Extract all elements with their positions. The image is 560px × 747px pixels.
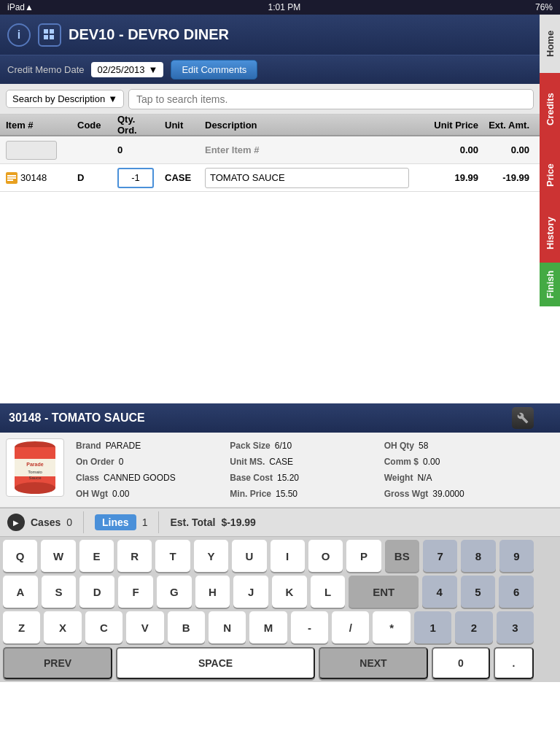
keyboard-row-2: A S D F G H J K L ENT 4 5 6 (3, 576, 534, 608)
keyboard-row-1: Q W E R T Y U I O P BS 7 8 9 (3, 540, 534, 572)
key-a[interactable]: A (3, 576, 38, 608)
empty-ext-cell: 0.00 (483, 144, 534, 155)
tab-history[interactable]: History (540, 204, 560, 263)
desc-cell[interactable] (201, 168, 424, 188)
wrench-button[interactable] (512, 407, 534, 429)
key-r[interactable]: R (117, 540, 152, 572)
weight-key: Weight (384, 473, 413, 483)
key-slash[interactable]: / (332, 611, 369, 643)
key-c[interactable]: C (85, 611, 122, 643)
oh-wgt-val: 0.00 (112, 489, 129, 499)
key-y[interactable]: Y (194, 540, 228, 572)
col-header-item: Item # (0, 120, 73, 131)
tab-price[interactable]: Price (540, 146, 560, 204)
search-input[interactable] (128, 89, 534, 109)
info-icon-button[interactable]: i (7, 23, 31, 47)
key-e[interactable]: E (79, 540, 114, 572)
key-space[interactable]: SPACE (116, 647, 315, 679)
key-k[interactable]: K (272, 576, 307, 608)
ext-cell: -19.99 (483, 172, 534, 183)
svg-rect-2 (44, 35, 48, 39)
tab-home[interactable]: Home (540, 15, 560, 73)
key-6[interactable]: 6 (499, 576, 534, 608)
key-9[interactable]: 9 (499, 540, 534, 572)
est-total-value: $-19.99 (221, 516, 255, 528)
empty-price-cell: 0.00 (424, 144, 483, 155)
credit-memo-date[interactable]: 02/25/2013 ▼ (91, 62, 163, 77)
item-cell[interactable]: 30148 (0, 172, 73, 184)
min-price-key: Min. Price (230, 489, 271, 499)
tab-finish[interactable]: Finish (540, 263, 560, 306)
key-d[interactable]: D (79, 576, 114, 608)
empty-item-cell[interactable] (0, 141, 73, 160)
description-input[interactable] (205, 168, 409, 188)
key-n[interactable]: N (209, 611, 246, 643)
key-l[interactable]: L (311, 576, 346, 608)
item-number-input[interactable] (6, 141, 57, 160)
key-t[interactable]: T (155, 540, 190, 572)
key-enter[interactable]: ENT (349, 576, 418, 608)
pack-size-key: Pack Size (230, 441, 270, 451)
col-header-qty: Qty. Ord. (113, 114, 160, 136)
time-display: 1:01 PM (34, 2, 535, 12)
key-4[interactable]: 4 (422, 576, 457, 608)
base-cost-detail: Base Cost 15.20 (225, 471, 379, 485)
key-3[interactable]: 3 (497, 611, 534, 643)
min-price-detail: Min. Price 15.50 (225, 487, 379, 501)
page-title: DEV10 - DEVRO DINER (69, 26, 534, 43)
qty-cell[interactable] (113, 168, 160, 188)
key-v[interactable]: V (126, 611, 163, 643)
key-h[interactable]: H (195, 576, 230, 608)
key-p[interactable]: P (346, 540, 381, 572)
search-bar: Search by Description ▼ (0, 84, 560, 115)
price-cell: 19.99 (424, 172, 483, 183)
item-icon (6, 172, 18, 184)
key-i[interactable]: I (271, 540, 305, 572)
key-2[interactable]: 2 (455, 611, 492, 643)
key-q[interactable]: Q (3, 540, 37, 572)
key-7[interactable]: 7 (423, 540, 457, 572)
key-s[interactable]: S (42, 576, 77, 608)
key-dash[interactable]: - (291, 611, 328, 643)
comm-dollar-detail: Comm $ 0.00 (380, 454, 534, 469)
oh-wgt-key: OH Wgt (76, 489, 108, 499)
key-8[interactable]: 8 (461, 540, 495, 572)
gross-wgt-val: 39.0000 (432, 489, 464, 499)
key-u[interactable]: U (232, 540, 266, 572)
qty-input[interactable] (117, 168, 154, 188)
key-next[interactable]: NEXT (319, 647, 428, 679)
tab-credits[interactable]: Credits (540, 73, 560, 146)
key-f[interactable]: F (118, 576, 153, 608)
divider-2 (158, 511, 159, 533)
key-dot[interactable]: . (494, 647, 534, 679)
product-image: Parade Tomato Sauce (6, 438, 64, 497)
credit-memo-label: Credit Memo Date (7, 64, 84, 75)
product-section: Parade Tomato Sauce Brand PARADE Pack Si… (0, 433, 560, 508)
item-number: 30148 (20, 172, 47, 183)
weight-val: N/A (417, 473, 432, 483)
key-g[interactable]: G (157, 576, 192, 608)
key-1[interactable]: 1 (414, 611, 451, 643)
search-by-dropdown[interactable]: Search by Description ▼ (6, 90, 124, 108)
grid-icon-button[interactable] (38, 23, 61, 47)
key-m[interactable]: M (249, 611, 287, 643)
play-button[interactable]: ▶ (7, 514, 25, 531)
key-0[interactable]: 0 (432, 647, 490, 679)
key-b[interactable]: B (168, 611, 205, 643)
key-x[interactable]: X (44, 611, 81, 643)
key-asterisk[interactable]: * (373, 611, 410, 643)
col-header-code: Code (73, 120, 113, 131)
key-z[interactable]: Z (3, 611, 40, 643)
key-prev[interactable]: PREV (3, 647, 112, 679)
key-o[interactable]: O (308, 540, 343, 572)
key-5[interactable]: 5 (461, 576, 496, 608)
weight-detail: Weight N/A (380, 471, 534, 485)
unit-ms-detail: Unit MS. CASE (225, 454, 379, 469)
key-j[interactable]: J (233, 576, 268, 608)
table-row-empty: 0 Enter Item # 0.00 0.00 (0, 136, 560, 164)
unit-ms-val: CASE (269, 457, 293, 467)
keyboard[interactable]: Q W E R T Y U I O P BS 7 8 9 A S D F G H… (0, 537, 560, 682)
key-w[interactable]: W (41, 540, 75, 572)
key-backspace[interactable]: BS (385, 540, 419, 572)
edit-comments-button[interactable]: Edit Comments (171, 60, 257, 80)
